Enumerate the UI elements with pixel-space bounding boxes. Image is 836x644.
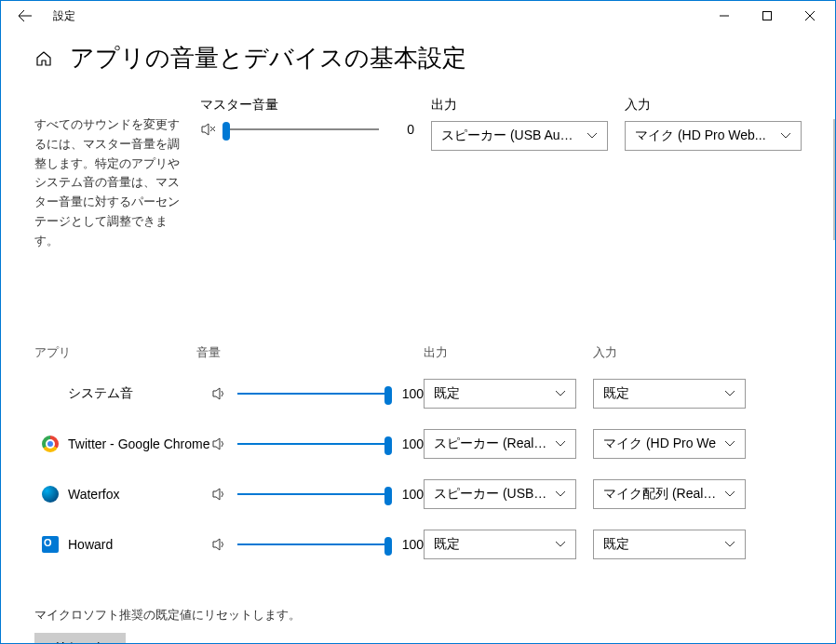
app-output-value: 既定 (434, 385, 547, 402)
slider-fill (237, 543, 388, 545)
app-icon-outlook (42, 536, 59, 553)
master-output-label: 出力 (431, 97, 608, 114)
speaker-muted-icon (200, 121, 217, 138)
app-volume-value: 100 (398, 386, 424, 401)
master-output-value: スピーカー (USB Audi... (441, 127, 579, 144)
slider-fill (237, 493, 388, 495)
chevron-down-icon (587, 132, 598, 140)
app-volume-value: 100 (398, 487, 424, 502)
app-input-value: 既定 (603, 536, 717, 553)
chevron-down-icon (724, 390, 735, 397)
chevron-down-icon (555, 390, 566, 397)
app-volume-slider[interactable] (237, 493, 388, 495)
app-volume-cell: 100 (211, 385, 424, 402)
master-input-label: 入力 (625, 97, 802, 114)
app-mute-button[interactable] (211, 385, 228, 402)
home-button[interactable] (34, 49, 53, 68)
slider-thumb[interactable] (384, 436, 392, 455)
back-button[interactable] (12, 3, 38, 29)
page-header: アプリの音量とデバイスの基本設定 (34, 42, 802, 74)
app-name: Howard (68, 537, 113, 552)
app-output-value: スピーカー (USB Auc (434, 486, 547, 503)
app-row: システム音100既定既定 (34, 369, 802, 419)
window-controls (703, 1, 831, 31)
settings-window: 設定 アプリの音量とデバイスの基本設定 すべてのサウンドを変更するには、マスター… (0, 0, 836, 644)
apps-header-output: 出力 (424, 344, 593, 361)
app-mute-button[interactable] (211, 536, 228, 553)
master-input-dropdown[interactable]: マイク (HD Pro Web... (625, 121, 802, 151)
slider-thumb[interactable] (384, 537, 392, 556)
app-mute-button[interactable] (211, 486, 228, 503)
app-volume-slider[interactable] (237, 393, 388, 395)
speaker-icon (211, 385, 228, 402)
slider-fill (237, 443, 388, 445)
reset-button[interactable]: リセット (34, 633, 126, 643)
reset-description: マイクロソフト推奨の既定値にリセットします。 (34, 607, 802, 624)
slider-fill (237, 393, 388, 395)
apps-header-app: アプリ (34, 344, 196, 361)
maximize-icon (762, 11, 772, 20)
app-input-cell: マイク (HD Pro We (593, 429, 746, 459)
master-input-block: 入力 マイク (HD Pro Web... (625, 97, 802, 251)
minimize-icon (720, 11, 729, 20)
app-output-cell: 既定 (424, 379, 593, 409)
master-output-dropdown[interactable]: スピーカー (USB Audi... (431, 121, 608, 151)
app-name-cell: Waterfox (34, 486, 211, 503)
master-volume-value: 0 (388, 122, 414, 137)
app-volume-slider[interactable] (237, 543, 388, 545)
app-output-value: 既定 (434, 536, 547, 553)
app-output-dropdown[interactable]: スピーカー (USB Auc (424, 479, 576, 509)
app-output-dropdown[interactable]: スピーカー (Realtek H (424, 429, 576, 459)
page-title: アプリの音量とデバイスの基本設定 (70, 42, 466, 74)
apps-section: アプリ 音量 出力 入力 システム音100既定既定Twitter - Googl… (34, 344, 802, 570)
app-icon-waterfox (42, 486, 59, 503)
master-volume-block: マスター音量 0 (200, 97, 414, 251)
chevron-down-icon (780, 132, 791, 140)
apps-header-input: 入力 (593, 344, 617, 361)
speaker-icon (211, 436, 228, 452)
app-output-cell: スピーカー (USB Auc (424, 479, 593, 509)
app-input-dropdown[interactable]: マイク (HD Pro We (593, 429, 746, 459)
minimize-button[interactable] (703, 1, 746, 31)
content-area: アプリの音量とデバイスの基本設定 すべてのサウンドを変更するには、マスター音量を… (1, 31, 835, 643)
app-name: システム音 (68, 385, 133, 402)
back-arrow-icon (18, 8, 33, 23)
chevron-down-icon (724, 440, 735, 448)
slider-thumb[interactable] (384, 487, 392, 505)
close-button[interactable] (789, 1, 831, 31)
app-volume-slider[interactable] (237, 443, 388, 445)
speaker-icon (211, 486, 228, 503)
app-input-dropdown[interactable]: マイク配列 (Realtel (593, 479, 746, 509)
app-row: Twitter - Google Chrome100スピーカー (Realtek… (34, 419, 802, 469)
svg-rect-1 (763, 12, 772, 20)
speaker-icon (211, 536, 228, 553)
master-volume-slider[interactable] (226, 128, 379, 130)
app-name-cell: Howard (34, 536, 211, 553)
chevron-down-icon (555, 490, 566, 498)
scrollbar-thumb[interactable] (833, 119, 835, 240)
slider-thumb[interactable] (222, 122, 230, 141)
app-output-dropdown[interactable]: 既定 (424, 530, 576, 559)
master-input-value: マイク (HD Pro Web... (635, 127, 773, 144)
app-input-dropdown[interactable]: 既定 (593, 379, 746, 409)
master-volume-slider-row: 0 (200, 121, 414, 138)
home-icon (35, 50, 52, 67)
app-volume-value: 100 (398, 436, 424, 451)
apps-header-volume: 音量 (196, 344, 424, 361)
master-mute-button[interactable] (200, 121, 217, 138)
titlebar: 設定 (1, 1, 835, 31)
maximize-button[interactable] (746, 1, 789, 31)
slider-thumb[interactable] (384, 386, 392, 405)
master-controls: マスター音量 0 出力 スピーカー (200, 97, 802, 251)
app-mute-button[interactable] (211, 436, 228, 452)
app-input-dropdown[interactable]: 既定 (593, 530, 746, 559)
app-volume-cell: 100 (211, 536, 424, 553)
app-volume-cell: 100 (211, 486, 424, 503)
app-output-dropdown[interactable]: 既定 (424, 379, 576, 409)
window-title: 設定 (53, 8, 75, 24)
apps-list: システム音100既定既定Twitter - Google Chrome100スピ… (34, 369, 802, 570)
app-row: Howard100既定既定 (34, 519, 802, 570)
chevron-down-icon (555, 541, 566, 548)
reset-section: マイクロソフト推奨の既定値にリセットします。 リセット (34, 607, 802, 643)
app-input-value: 既定 (603, 385, 717, 402)
